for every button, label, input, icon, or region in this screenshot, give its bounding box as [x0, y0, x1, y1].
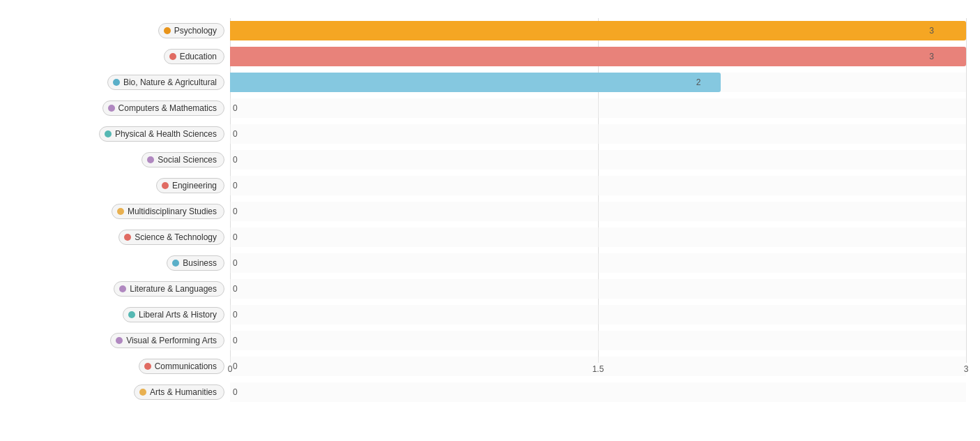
- label-dot: [117, 208, 124, 215]
- bar-row: Multidisciplinary Studies0: [14, 199, 966, 224]
- label-dot: [105, 130, 112, 137]
- bar-row: Education3: [14, 44, 966, 69]
- label-dot: [119, 285, 126, 292]
- label-pill: Computers & Mathematics: [102, 100, 224, 116]
- grid-line-2: [966, 18, 967, 363]
- bar-label: Engineering: [14, 178, 230, 193]
- label-dot: [113, 79, 120, 86]
- label-pill: Literature & Languages: [114, 281, 224, 297]
- label-text: Communications: [155, 361, 217, 371]
- bar-track: 0: [230, 150, 966, 170]
- label-dot: [128, 311, 135, 318]
- bar-label: Education: [14, 49, 230, 64]
- bar-value-zero: 0: [233, 181, 238, 190]
- bar-fill: [230, 47, 966, 66]
- bar-track: 0: [230, 382, 966, 402]
- bar-value: 3: [929, 26, 934, 36]
- bar-value-zero: 0: [233, 155, 238, 165]
- bar-track: 0: [230, 331, 966, 350]
- bar-row: Physical & Health Sciences0: [14, 121, 966, 147]
- label-pill: Liberal Arts & History: [123, 307, 224, 322]
- bar-fill: [230, 73, 721, 92]
- bar-row: Engineering0: [14, 173, 966, 198]
- label-text: Arts & Humanities: [150, 387, 217, 397]
- bar-row: Visual & Performing Arts0: [14, 328, 966, 353]
- bar-label: Liberal Arts & History: [14, 307, 230, 322]
- label-pill: Engineering: [156, 178, 224, 193]
- label-pill: Arts & Humanities: [134, 384, 224, 400]
- bar-value-zero: 0: [233, 103, 238, 113]
- label-dot: [139, 389, 146, 396]
- bar-track: 2: [230, 73, 966, 92]
- bar-label: Psychology: [14, 23, 230, 38]
- label-text: Literature & Languages: [130, 284, 217, 294]
- label-text: Psychology: [174, 26, 217, 36]
- label-pill: Multidisciplinary Studies: [112, 204, 224, 219]
- label-pill: Communications: [139, 359, 224, 374]
- bar-label: Visual & Performing Arts: [14, 333, 230, 348]
- x-axis: 01.53: [230, 364, 966, 384]
- label-text: Science & Technology: [135, 232, 217, 242]
- label-pill: Visual & Performing Arts: [110, 333, 224, 348]
- label-dot: [172, 260, 179, 267]
- bar-row: Business0: [14, 251, 966, 276]
- bar-row: Computers & Mathematics0: [14, 96, 966, 121]
- label-pill: Education: [164, 49, 224, 64]
- bar-value-zero: 0: [233, 361, 238, 371]
- label-pill: Psychology: [158, 23, 224, 38]
- bar-row: Liberal Arts & History0: [14, 302, 966, 327]
- label-dot: [144, 363, 151, 370]
- label-pill: Social Sciences: [141, 152, 224, 167]
- x-axis-label: 3: [964, 364, 969, 374]
- bar-label: Science & Technology: [14, 230, 230, 245]
- bar-track: 0: [230, 227, 966, 247]
- bar-row: Science & Technology0: [14, 225, 966, 250]
- label-dot: [162, 182, 169, 189]
- bar-value-zero: 0: [233, 258, 238, 268]
- chart-container: Psychology3Education3Bio, Nature & Agric…: [0, 0, 980, 441]
- label-text: Multidisciplinary Studies: [128, 207, 217, 216]
- label-text: Physical & Health Sciences: [115, 129, 217, 139]
- bar-label: Communications: [14, 359, 230, 374]
- label-text: Education: [180, 52, 217, 61]
- label-text: Liberal Arts & History: [139, 310, 217, 320]
- bar-fill: [230, 21, 966, 40]
- label-dot: [108, 105, 115, 112]
- bar-label: Bio, Nature & Agricultural: [14, 75, 230, 90]
- bar-value-zero: 0: [233, 336, 238, 345]
- bar-track: 0: [230, 305, 966, 324]
- bar-row: Social Sciences0: [14, 147, 966, 172]
- bar-label: Arts & Humanities: [14, 384, 230, 400]
- bar-track: 0: [230, 176, 966, 195]
- label-text: Visual & Performing Arts: [126, 336, 217, 345]
- bar-value-zero: 0: [233, 310, 238, 320]
- label-dot: [116, 337, 123, 344]
- bar-label: Business: [14, 255, 230, 271]
- bar-row: Psychology3: [14, 18, 966, 43]
- bar-label: Social Sciences: [14, 152, 230, 167]
- x-axis-label: 1.5: [592, 364, 604, 374]
- bars-container: Psychology3Education3Bio, Nature & Agric…: [14, 18, 966, 363]
- label-text: Bio, Nature & Agricultural: [123, 77, 217, 87]
- label-dot: [147, 156, 154, 163]
- bar-label: Physical & Health Sciences: [14, 126, 230, 142]
- bar-track: 0: [230, 98, 966, 118]
- bar-value: 3: [929, 52, 934, 61]
- bar-track: 0: [230, 124, 966, 144]
- bar-row: Bio, Nature & Agricultural2: [14, 70, 966, 95]
- bar-value-zero: 0: [233, 207, 238, 216]
- label-text: Computers & Mathematics: [118, 103, 217, 113]
- label-text: Social Sciences: [158, 155, 217, 165]
- bar-track: 0: [230, 279, 966, 299]
- bar-value-zero: 0: [233, 129, 238, 139]
- label-dot: [164, 27, 171, 34]
- bar-track: 3: [230, 21, 966, 40]
- bar-value-zero: 0: [233, 232, 238, 242]
- label-dot: [124, 234, 131, 241]
- bar-label: Computers & Mathematics: [14, 100, 230, 116]
- chart-area: Psychology3Education3Bio, Nature & Agric…: [14, 18, 966, 384]
- x-axis-label: 0: [228, 364, 233, 374]
- bar-value-zero: 0: [233, 284, 238, 294]
- bar-value-zero: 0: [233, 387, 238, 397]
- bar-track: 0: [230, 253, 966, 273]
